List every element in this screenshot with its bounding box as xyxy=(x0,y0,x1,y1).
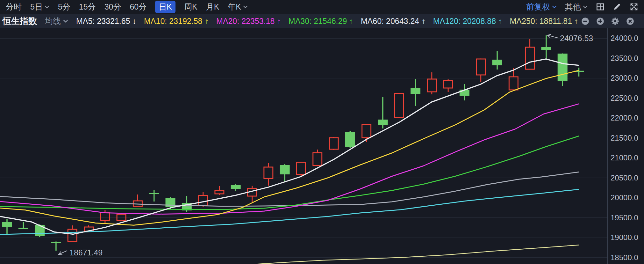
axis-tick-label: 22000.0 xyxy=(611,114,638,122)
candle-body-down xyxy=(2,222,12,227)
ma-line-ma60 xyxy=(0,172,579,206)
chevron-down-icon xyxy=(45,5,49,9)
candle-body-up xyxy=(101,213,110,221)
period-tab-label: 30分 xyxy=(104,2,121,12)
candle-body-down xyxy=(492,60,502,65)
legend-right xyxy=(581,17,644,26)
candle-body-down xyxy=(541,47,551,50)
period-tab-label: 5日 xyxy=(30,2,43,12)
candle-body-up xyxy=(329,138,338,149)
toolbar-right: 前复权 其他 xyxy=(526,2,644,12)
axis-tick-label: 22500.0 xyxy=(611,94,638,102)
period-tabs: 分时5日5分15分30分60分日K周K月K年K xyxy=(0,1,248,13)
ma-selector-label: 均线 xyxy=(45,16,61,26)
axis-tick-label: 21500.0 xyxy=(611,134,638,142)
candle-body-down xyxy=(280,165,290,174)
ma-legend-ma60: MA60: 20643.24 ↑ xyxy=(361,17,426,26)
candle-body-up xyxy=(215,191,224,194)
candle-body-down xyxy=(378,120,388,125)
candle-body-down xyxy=(149,193,159,194)
candle-body-down xyxy=(18,228,28,229)
zoom-in-button[interactable] xyxy=(596,17,605,26)
ma-legend-ma5: MA5: 23321.65 ↓ xyxy=(76,17,136,26)
period-tab-30分[interactable]: 30分 xyxy=(104,2,121,12)
symbol-name: 恒生指数 xyxy=(3,15,37,27)
period-tab-label: 年K xyxy=(228,2,241,12)
candle-body-up xyxy=(476,59,485,75)
candle-body-down xyxy=(345,132,355,147)
expand-icon xyxy=(630,3,638,11)
axis-tick-label: 24000.0 xyxy=(611,34,638,42)
candle-body-up xyxy=(362,124,371,138)
period-tab-年K[interactable]: 年K xyxy=(228,2,248,12)
candle-body-up xyxy=(313,153,322,165)
close-button[interactable] xyxy=(626,17,634,26)
period-tab-月K[interactable]: 月K xyxy=(206,2,219,12)
zoom-out-icon xyxy=(581,17,590,26)
period-tab-label: 15分 xyxy=(79,2,96,12)
period-tab-15分[interactable]: 15分 xyxy=(79,2,96,12)
period-tab-label: 5分 xyxy=(58,2,70,12)
candle-body-up xyxy=(264,167,273,179)
annotation-arrowhead xyxy=(547,34,551,35)
axis-tick-label: 20500.0 xyxy=(611,173,638,182)
ma-legend-ma20: MA20: 22353.18 ↑ xyxy=(216,17,281,26)
candle-body-up xyxy=(297,162,305,174)
other-label: 其他 xyxy=(565,2,581,12)
legend-left: 恒生指数 均线 MA5: 23321.65 ↓MA10: 23192.58 ↑M… xyxy=(0,15,578,27)
adjust-mode-label: 前复权 xyxy=(526,2,550,12)
annotation-label: 18671.49 xyxy=(69,248,103,257)
annotation-arrowhead xyxy=(59,254,62,255)
ma-line-ma250 xyxy=(245,245,579,264)
zoom-in-icon xyxy=(596,17,605,26)
ma-line-ma120 xyxy=(0,189,579,234)
axis-tick-label: 23500.0 xyxy=(611,54,638,62)
chart-canvas[interactable]: 24000.023500.023000.022500.022000.021500… xyxy=(0,28,644,264)
period-tab-label: 日K xyxy=(159,2,172,12)
zoom-out-button[interactable] xyxy=(581,17,590,26)
ma-legend-ma120: MA120: 20208.88 ↑ xyxy=(433,17,502,26)
axis-tick-label: 19000.0 xyxy=(611,233,638,242)
annotation-label: 24076.53 xyxy=(560,34,593,43)
ma-legend-ma250: MA250: 18811.81 ↑ xyxy=(510,17,578,26)
axis-tick-label: 18500.0 xyxy=(611,253,638,262)
close-icon xyxy=(626,17,634,26)
adjust-mode-select[interactable]: 前复权 xyxy=(526,2,557,12)
candle-body-up xyxy=(395,93,404,117)
indicator-legend-bar: 恒生指数 均线 MA5: 23321.65 ↓MA10: 23192.58 ↑M… xyxy=(0,14,644,28)
period-tab-60分[interactable]: 60分 xyxy=(130,2,147,12)
ma-legend-ma10: MA10: 23192.58 ↑ xyxy=(144,17,209,26)
candlestick-chart[interactable]: 24000.023500.023000.022500.022000.021500… xyxy=(0,28,644,264)
candle-body-up xyxy=(68,229,77,242)
grid-icon xyxy=(596,3,605,11)
axis-tick-label: 20000.0 xyxy=(611,193,638,202)
axis-tick-label: 19500.0 xyxy=(611,213,638,222)
period-tab-5分[interactable]: 5分 xyxy=(58,2,70,12)
grid-layout-button[interactable] xyxy=(596,3,605,11)
period-tab-分时[interactable]: 分时 xyxy=(6,2,22,12)
candle-body-down xyxy=(558,54,568,81)
brush-icon xyxy=(613,3,621,11)
chevron-down-icon xyxy=(552,5,557,9)
draw-tool-button[interactable] xyxy=(613,3,621,11)
period-tab-周K[interactable]: 周K xyxy=(184,2,197,12)
period-tab-5日[interactable]: 5日 xyxy=(30,2,49,12)
period-tab-label: 60分 xyxy=(130,2,147,12)
period-tab-日K[interactable]: 日K xyxy=(155,1,175,13)
candle-body-up xyxy=(427,79,436,92)
axis-tick-label: 21000.0 xyxy=(611,153,638,162)
ma-values: MA5: 23321.65 ↓MA10: 23192.58 ↑MA20: 223… xyxy=(76,17,578,26)
other-select[interactable]: 其他 xyxy=(565,2,588,12)
settings-button[interactable] xyxy=(611,17,619,26)
ma-legend-ma30: MA30: 21546.29 ↑ xyxy=(289,17,353,26)
candle-body-up xyxy=(444,80,453,88)
candle-body-down xyxy=(411,88,420,94)
fullscreen-button[interactable] xyxy=(630,3,638,11)
candle-body-down xyxy=(231,185,241,189)
chevron-down-icon xyxy=(243,5,248,9)
gear-icon xyxy=(611,17,619,26)
ma-selector[interactable]: 均线 xyxy=(45,16,68,26)
chevron-down-icon xyxy=(583,5,588,9)
chevron-down-icon xyxy=(63,19,68,23)
period-toolbar: 分时5日5分15分30分60分日K周K月K年K 前复权 其他 xyxy=(0,0,644,14)
